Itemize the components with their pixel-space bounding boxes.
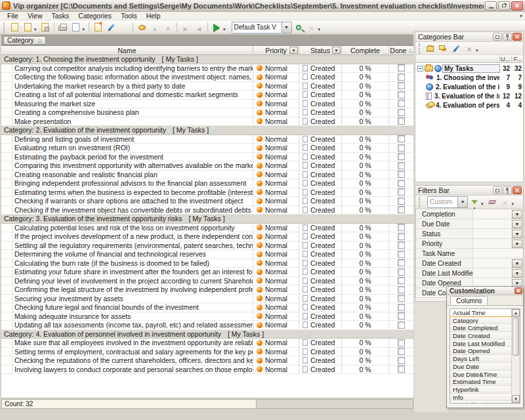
open-file-button-dropdown-icon[interactable]: ▾ — [34, 27, 37, 32]
table-row[interactable]: Settling all the regulatory requirements… — [1, 242, 413, 251]
task-priority-cell[interactable]: Normal — [253, 144, 299, 152]
task-priority-cell[interactable]: Normal — [253, 161, 299, 170]
task-priority-cell[interactable]: Normal — [253, 259, 299, 268]
task-priority-cell[interactable]: Normal — [253, 64, 299, 73]
table-row[interactable]: Bringing independent professional adviso… — [1, 179, 413, 188]
customize-view-button[interactable] — [292, 21, 305, 33]
table-row[interactable]: If the project involves development of a… — [1, 232, 413, 242]
restore-button[interactable] — [498, 1, 510, 10]
task-status-cell[interactable]: Created — [299, 161, 342, 170]
task-status-cell[interactable]: Created — [299, 153, 342, 161]
done-checkbox[interactable] — [398, 233, 405, 240]
task-priority-cell[interactable]: Normal — [253, 179, 299, 188]
apply-filter-button-dropdown-icon[interactable]: ▾ — [481, 201, 484, 207]
open-file-button[interactable] — [21, 21, 34, 33]
task-status-cell[interactable]: Created — [299, 73, 342, 81]
task-status-cell[interactable]: Created — [299, 171, 342, 179]
table-row[interactable]: Make presentationNormalCreated0 % — [1, 117, 413, 127]
filter-row-task-name[interactable]: Task Name — [415, 249, 523, 259]
table-row[interactable]: Calculating the burn rate (if the busine… — [1, 259, 413, 268]
done-checkbox[interactable] — [398, 259, 405, 266]
done-checkbox[interactable] — [398, 135, 405, 142]
task-priority-cell[interactable]: Normal — [253, 153, 299, 161]
filter-row-priority[interactable]: Priority▼ — [415, 239, 523, 249]
new-task-button[interactable] — [91, 21, 104, 33]
status-filter-dropdown[interactable]: ▼ — [332, 47, 341, 54]
task-status-cell[interactable]: Created — [299, 108, 342, 117]
scroll-track[interactable] — [512, 356, 520, 395]
table-row[interactable]: Checking if warrants or share options ar… — [1, 197, 413, 206]
clear-filter-button[interactable] — [486, 196, 499, 208]
task-status-cell[interactable]: Created — [299, 64, 342, 73]
filters-pin-button[interactable] — [503, 186, 512, 194]
column-header-done[interactable]: Done △ — [389, 46, 413, 54]
task-priority-cell[interactable]: Normal — [253, 206, 299, 215]
done-checkbox[interactable] — [398, 109, 405, 116]
task-priority-cell[interactable]: Normal — [253, 224, 299, 232]
apply-filter-button[interactable] — [468, 196, 481, 208]
priority-filter-dropdown[interactable]: ▼ — [289, 47, 298, 54]
done-checkbox[interactable] — [398, 224, 405, 231]
table-row[interactable]: Securing your investment by assetsNormal… — [1, 295, 413, 304]
column-list-item[interactable]: Estimated Time — [450, 378, 511, 386]
category-group-row[interactable]: Category: 2. Evaluation of the investmen… — [1, 126, 413, 135]
table-row[interactable]: Checking the reputations of the current … — [1, 356, 413, 366]
done-checkbox[interactable] — [398, 242, 405, 249]
task-priority-cell[interactable]: Normal — [253, 285, 299, 294]
table-row[interactable]: Determining the volume of financial and … — [1, 250, 413, 259]
filter-dropdown-icon[interactable]: ▼ — [512, 220, 522, 228]
task-status-cell[interactable]: Created — [299, 197, 342, 205]
task-priority-cell[interactable]: Normal — [253, 356, 299, 365]
task-view-dropdown-icon[interactable]: ▼ — [282, 22, 291, 33]
category-tree-item[interactable]: −My Tasks3232 — [415, 64, 523, 73]
category-tree-item[interactable]: 1. Choosing the investment o77 — [415, 73, 523, 82]
column-list-item[interactable]: Due Date&Time — [450, 371, 511, 379]
category-group-row[interactable]: Category: 3. Evaluation of the investmen… — [1, 215, 413, 224]
table-row[interactable]: Making adequate insurance for assetsNorm… — [1, 312, 413, 322]
task-status-cell[interactable]: Created — [299, 356, 342, 365]
task-priority-cell[interactable]: Normal — [253, 277, 299, 285]
table-row[interactable]: Updating all tax assessments (income tax… — [1, 321, 413, 330]
done-checkbox[interactable] — [398, 339, 405, 346]
filter-value-field[interactable] — [473, 209, 511, 219]
table-row[interactable]: Defining and listing goals of investment… — [1, 135, 413, 144]
table-row[interactable]: Carrying out competitor analysis includi… — [1, 64, 413, 74]
scroll-thumb[interactable] — [513, 318, 519, 356]
filter-dropdown-icon[interactable]: ▼ — [512, 230, 522, 238]
table-row[interactable]: Undertaking the market research by a thi… — [1, 82, 413, 91]
edit-category-button[interactable] — [450, 42, 463, 54]
task-status-cell[interactable]: Created — [299, 277, 342, 285]
tree-column-f[interactable]: F... — [511, 55, 523, 62]
task-status-cell[interactable]: Created — [299, 206, 342, 215]
task-priority-cell[interactable]: Normal — [253, 312, 299, 321]
menu-tasks[interactable]: Tasks — [47, 12, 74, 20]
task-status-cell[interactable]: Created — [299, 232, 342, 241]
task-priority-cell[interactable]: Normal — [253, 366, 299, 374]
menu-categories[interactable]: Categories — [74, 12, 116, 20]
task-status-cell[interactable]: Created — [299, 339, 342, 347]
print-preview-button[interactable] — [70, 21, 83, 33]
done-checkbox[interactable] — [398, 162, 405, 169]
tab-columns[interactable]: Columns — [450, 296, 488, 305]
done-checkbox[interactable] — [398, 82, 405, 89]
customization-close-button[interactable]: ✕ — [514, 287, 522, 294]
categories-toolbar-options-icon[interactable]: ▾ — [476, 48, 478, 53]
column-list-item[interactable]: Reminder Time — [450, 401, 511, 403]
done-checkbox[interactable] — [398, 304, 405, 311]
task-complete-percent-button[interactable] — [117, 21, 131, 33]
filter-dropdown-icon[interactable]: ▼ — [512, 240, 522, 248]
column-list-item[interactable]: Due Date — [450, 363, 511, 371]
table-row[interactable]: Creating a list of all potential interna… — [1, 91, 413, 100]
done-checkbox[interactable] — [398, 286, 405, 293]
filter-value-field[interactable] — [473, 268, 511, 278]
table-row[interactable]: Comparing this investment opportunity wi… — [1, 161, 413, 171]
task-priority-cell[interactable]: Normal — [253, 188, 299, 197]
category-group-row[interactable]: Category: 1. Choosing the investment opp… — [1, 55, 413, 64]
task-view-combo[interactable]: Default Task V ▼ — [232, 22, 292, 33]
minimize-button[interactable] — [485, 1, 497, 10]
task-status-cell[interactable]: Created — [299, 250, 342, 259]
table-row[interactable]: Setting terms of employment, contractual… — [1, 348, 413, 357]
task-priority-cell[interactable]: Normal — [253, 295, 299, 303]
categories-float-button[interactable] — [493, 33, 502, 41]
column-list-item[interactable]: Date Created — [450, 332, 511, 340]
